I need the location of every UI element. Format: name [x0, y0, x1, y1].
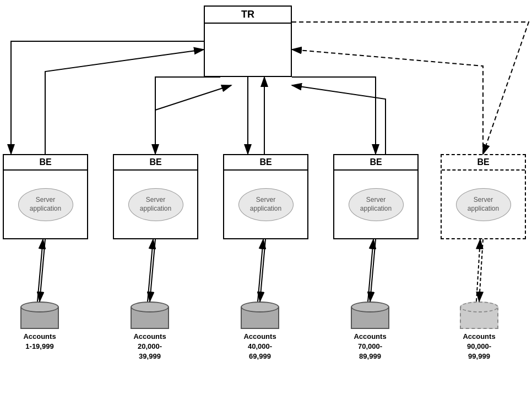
arrow-be4-to-tr — [292, 85, 386, 154]
be-inner-1: Serverapplication — [4, 171, 87, 238]
arrow-be1-to-tr — [45, 50, 204, 154]
db-label-5: Accounts90,000-99,999 — [463, 332, 495, 362]
tr-inner — [205, 24, 291, 76]
db-4: Accounts70,000-89,999 — [351, 301, 389, 362]
be-box-5: BE Serverapplication — [441, 154, 526, 239]
be-label-4: BE — [334, 155, 417, 171]
arrow-db1-be1-up — [37, 239, 43, 301]
arrow-be5-to-tr-dashed — [292, 50, 483, 154]
arrow-db3-be3-up — [258, 239, 263, 301]
be-label-5: BE — [442, 155, 525, 171]
db-cylinder-3 — [241, 301, 279, 329]
db-cylinder-1 — [20, 301, 59, 329]
arrow-be3-db3-down — [260, 239, 265, 301]
arrow-be5-db5-down — [479, 239, 483, 301]
server-app-1: Serverapplication — [18, 188, 73, 221]
be-box-1: BE Serverapplication — [3, 154, 88, 239]
be-label-2: BE — [114, 155, 197, 171]
be-box-2: BE Serverapplication — [113, 154, 198, 239]
db-label-3: Accounts40,000-69,999 — [243, 332, 276, 362]
db-label-2: Accounts20,000-39,999 — [133, 332, 166, 362]
arrow-be2-to-tr — [155, 85, 231, 154]
arrow-be1-db1-down — [40, 239, 45, 301]
arrow-be2-db2-down — [150, 239, 155, 301]
tr-label: TR — [205, 7, 291, 24]
arrow-db2-be2-up — [148, 239, 153, 301]
be-label-1: BE — [4, 155, 87, 171]
be-inner-5: Serverapplication — [442, 171, 525, 238]
server-app-3: Serverapplication — [238, 188, 294, 221]
server-app-2: Serverapplication — [128, 188, 183, 221]
be-box-3: BE Serverapplication — [223, 154, 308, 239]
be-inner-4: Serverapplication — [334, 171, 417, 238]
db-2: Accounts20,000-39,999 — [131, 301, 169, 362]
db-5: Accounts90,000-99,999 — [460, 301, 498, 362]
be-inner-2: Serverapplication — [114, 171, 197, 238]
db-label-1: Accounts1-19,999 — [23, 332, 56, 352]
arrow-be4-db4-down — [370, 239, 376, 301]
server-app-5: Serverapplication — [456, 188, 511, 221]
arrow-tr-to-be1 — [11, 41, 204, 154]
be-inner-3: Serverapplication — [224, 171, 307, 238]
arrow-tr-to-be2 — [155, 77, 220, 154]
be-box-4: BE Serverapplication — [333, 154, 419, 239]
be-label-3: BE — [224, 155, 307, 171]
db-label-4: Accounts70,000-89,999 — [354, 332, 386, 362]
arrow-tr-to-be4 — [292, 77, 376, 154]
arrow-db4-be4-up — [368, 239, 373, 301]
arrow-tr-to-be5-dashed — [292, 22, 529, 154]
architecture-diagram: TR BE Serverapplication BE Serverapplica… — [0, 0, 532, 406]
tr-box: TR — [204, 6, 292, 77]
db-3: Accounts40,000-69,999 — [241, 301, 279, 362]
db-cylinder-4 — [351, 301, 389, 329]
db-1: Accounts1-19,999 — [20, 301, 59, 352]
arrow-db5-be5-up — [476, 239, 480, 301]
server-app-4: Serverapplication — [349, 188, 404, 221]
db-cylinder-2 — [131, 301, 169, 329]
db-cylinder-5 — [460, 301, 498, 329]
